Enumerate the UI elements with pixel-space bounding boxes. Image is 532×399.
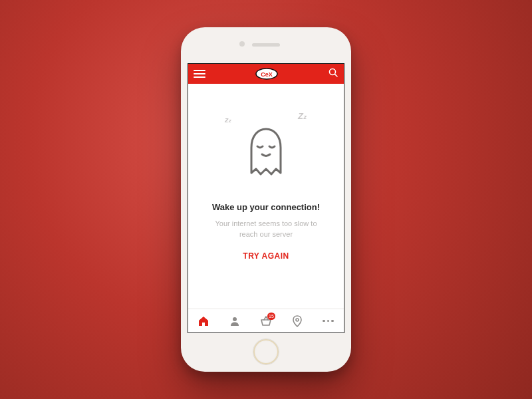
svg-point-5 (296, 319, 299, 321)
error-headline: Wake up your connection! (212, 202, 320, 212)
svg-line-3 (335, 74, 338, 77)
menu-icon[interactable] (194, 70, 205, 78)
app-screen: CeX z z Z z (188, 63, 344, 333)
phone-frame: CeX z z Z z (181, 27, 351, 372)
tab-basket[interactable]: 15 (251, 309, 282, 332)
pin-icon (292, 315, 303, 327)
error-panel: z z Z z Wake up your connection! Your in… (188, 84, 344, 309)
tab-more[interactable] (313, 309, 344, 332)
try-again-button[interactable]: TRY AGAIN (243, 251, 289, 261)
bottom-tabbar: 15 (188, 309, 344, 332)
home-icon (198, 315, 209, 327)
phone-speaker (252, 43, 280, 47)
zzz-left-icon: z z (225, 117, 231, 123)
person-icon (229, 315, 241, 327)
svg-point-4 (233, 317, 237, 321)
more-icon (323, 320, 334, 323)
sleeping-ghost-icon (242, 125, 290, 182)
tab-home[interactable] (188, 309, 219, 332)
brand-logo[interactable]: CeX (253, 67, 280, 80)
search-icon[interactable] (328, 67, 338, 80)
phone-camera (239, 41, 245, 47)
app-topbar: CeX (188, 64, 344, 84)
ghost-illustration: z z Z z (242, 125, 290, 185)
error-subtext: Your internet seems too slow to reach ou… (209, 219, 323, 239)
tab-profile[interactable] (219, 309, 251, 332)
basket-badge: 15 (267, 313, 275, 320)
phone-home-button[interactable] (253, 338, 279, 365)
zzz-right-icon: Z z (298, 113, 306, 120)
brand-text: CeX (261, 71, 273, 78)
tab-location[interactable] (281, 309, 313, 332)
